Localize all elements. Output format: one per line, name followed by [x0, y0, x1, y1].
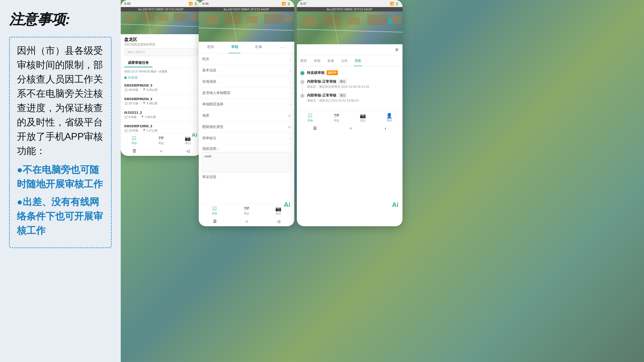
history-item: 内部审核-正常审核 通过 审核员：调查员2 2022-12-01 16:56:2… [300, 93, 399, 107]
p3-close-button[interactable]: ✕ [395, 47, 399, 53]
nav-nearby[interactable]: 🗺 周边 [323, 111, 350, 124]
p2-form: 轮次 › 基本信息 › 实地现状 › 是否纳入单独图层 › 单独图层选择 › 地… [199, 54, 294, 204]
nav-label: 笔记 [276, 212, 281, 215]
item-id: 530103DF12002_2 [124, 124, 198, 128]
svg-rect-13 [158, 15, 168, 21]
p3-ai-label: Ai [390, 200, 400, 209]
item-id: 530103DF85234_3 [124, 83, 198, 87]
field-label: 是否纳入单独图层 [202, 91, 230, 95]
hist-dot [300, 94, 304, 98]
nav-review[interactable]: ☑ 审核 [121, 134, 148, 147]
review-icon: ☑ [308, 113, 312, 118]
p2-icons: 📶 🔋 [282, 2, 291, 6]
svg-rect-18 [206, 15, 219, 24]
hist-title: 内部审核-正常审核 通过 [307, 93, 399, 98]
p3-status-bar: 9:47 📶 🔋 [297, 0, 403, 7]
back-icon: ‹ [385, 126, 386, 131]
menu-icon: ☰ [133, 149, 136, 153]
hist-badge: 通过 [338, 79, 347, 84]
p3-tabs: 图斑 审核 影像 分析 历史 [297, 56, 403, 66]
nav-label: 周边 [334, 119, 339, 122]
item-dist: 📍 9.38公里 [142, 102, 157, 105]
p1-icons: 📶 🔋 [189, 2, 198, 6]
status-desc-label: 现状说明： [202, 144, 291, 152]
field-val: › [290, 57, 291, 61]
svg-rect-26 [322, 14, 341, 26]
tab-shenhe[interactable]: 审核 [310, 56, 324, 66]
home-icon: ○ [160, 149, 163, 153]
tab-lishi[interactable]: 历史 [351, 56, 365, 66]
p1-search[interactable]: 请输入图斑号 [124, 48, 198, 56]
field-shidixianzhuang: 实地现状 › [202, 76, 291, 87]
list-item[interactable]: 530103DF85234_2 ⬜ 29.72亩 📍 9.38公里 [121, 95, 201, 108]
p3-history: 待县级审核 进行中 内部审核-正常审核 通过 审核员：测试单位管理员 2022-… [297, 66, 403, 111]
nav-mine[interactable]: 👤 我的 [376, 111, 403, 124]
home-icon: ○ [349, 126, 352, 131]
list-item[interactable]: IXJ12111_2 ⬜ 9.30亩 📍 1.06公里 [121, 108, 201, 122]
item-area: ⬜ 29.72亩 [124, 102, 138, 105]
tab-tubanbiao[interactable]: 图斑 [199, 42, 223, 53]
hist-sub: 审核员：调查员2 2022-12-01 16:56:24 [307, 99, 399, 103]
review-icon: ☑ [132, 136, 136, 141]
tab-yingxiang[interactable]: 影像 [247, 42, 270, 53]
nav-review-label: 审核 [131, 141, 137, 145]
p3-time: 9:47 [300, 2, 307, 6]
tab-more[interactable]: ⋯ [270, 42, 294, 53]
nav-review[interactable]: ☑ 审核 [297, 111, 323, 124]
p1-header: 盘龙区 2022调查监测第四季度 请输入图斑号 [121, 34, 201, 59]
hist-dot [300, 80, 304, 84]
hist-title-text: 内部审核-正常审核 [307, 79, 336, 84]
evidence-section: 举证信息 [202, 172, 291, 182]
tab-yingxiang[interactable]: 影像 [324, 56, 338, 66]
menu-icon: ☰ [213, 219, 217, 224]
svg-line-31 [332, 12, 338, 44]
p3-header-bar: ✕ [297, 44, 403, 56]
p1-season: 2022调查监测第四季度 [124, 42, 198, 47]
field-tubancelhualeixing: 图斑细化类型 G [202, 121, 291, 133]
svg-rect-27 [347, 17, 360, 25]
p1-update-time: 2022-12-27 09:45:02 最后一次更新 [121, 69, 201, 74]
field-label: 图斑细化类型 [202, 125, 223, 129]
item-area: ⬜ 13.64亩 [124, 129, 138, 132]
hist-badge: 通过 [338, 93, 347, 98]
list-item[interactable]: 530103DF85234_3 ⬜ 26.64亩 📍 9.25公里 [121, 81, 201, 95]
field-jibenxinxi: 基本信息 › [202, 65, 291, 76]
svg-rect-25 [303, 17, 317, 26]
hist-content: 待县级审核 进行中 [307, 70, 399, 75]
hist-dot [300, 71, 304, 75]
p1-section-title: 成果审核任务 [124, 59, 152, 67]
list-item[interactable]: 530103DF12002_2 ⬜ 13.64亩 📍 1.17公里 [121, 122, 201, 133]
nav-notes[interactable]: 📷 笔记 [350, 111, 376, 124]
field-val-g: G [288, 125, 291, 129]
field-val: › [290, 137, 291, 140]
svg-rect-19 [224, 14, 242, 24]
p1-district: 盘龙区 [124, 37, 198, 42]
field-label: 实地现状 [202, 79, 216, 84]
item-area: ⬜ 26.64亩 [124, 88, 138, 92]
tab-fenxi[interactable]: 分析 [338, 56, 351, 66]
p3-icons: 📶 🔋 [390, 2, 399, 6]
hist-content: 内部审核-正常审核 通过 审核员：测试单位管理员 2022-12-09 18:1… [307, 79, 399, 89]
svg-rect-28 [367, 15, 387, 25]
notice-bullet-1: ●不在电脑旁也可随时随地开展审核工作 [17, 163, 104, 191]
p3-map [297, 12, 403, 44]
nav-label: 审核 [307, 119, 313, 122]
status-desc-input[interactable]: cesh [202, 152, 291, 172]
p1-status: 待审核 [124, 75, 198, 80]
p2-map [199, 12, 294, 42]
svg-line-30 [297, 29, 403, 32]
field-dilei: 地类 C [202, 110, 291, 121]
nav-nearby[interactable]: 🗺 周边 [148, 134, 175, 147]
nav-label: 审核 [212, 212, 217, 215]
nav-nearby[interactable]: 🗺 周边 [231, 204, 263, 217]
field-label: 轮次 [202, 57, 209, 61]
map-icon: 🗺 [158, 136, 164, 141]
history-item: 待县级审核 进行中 [300, 70, 399, 79]
tab-tuban[interactable]: 图斑 [297, 56, 310, 66]
left-panel: 注意事项: 因州（市）县各级受审核时间的限制，部分核查人员因工作关系不在电脑旁关… [0, 0, 121, 362]
map-icon: 🗺 [244, 206, 249, 211]
tab-shenhe[interactable]: 审核 [223, 42, 247, 53]
nav-review[interactable]: ☑ 审核 [199, 204, 231, 217]
p2-gps: lbs:102°43'27.09804",25°2'22.44228" [199, 7, 294, 12]
field-leijubiaozu: 类举标注 › [202, 133, 291, 144]
